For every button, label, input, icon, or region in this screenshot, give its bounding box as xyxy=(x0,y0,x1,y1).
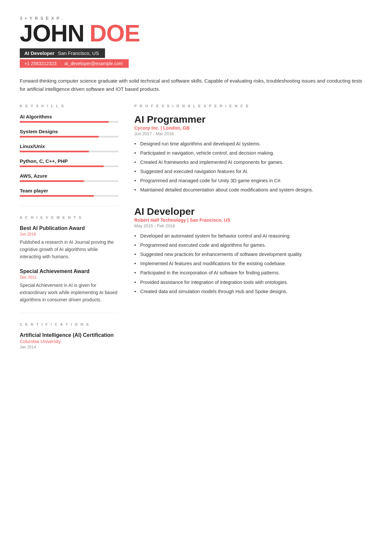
email: ai_developer@example.com xyxy=(65,61,123,66)
job-bullets: Designed run time algorithms and develop… xyxy=(134,140,372,194)
bullet-item: Maintained detailed documentation about … xyxy=(134,186,372,194)
cert-school: Columbia University xyxy=(20,339,118,344)
bullet-item: Developed an automated system for behavi… xyxy=(134,232,372,240)
job-title: AI Developer xyxy=(24,50,55,56)
achievement-title: Special Achievement Award xyxy=(20,268,118,274)
title-bar: AI Developer San Francisco, US xyxy=(20,48,105,58)
divider-1 xyxy=(20,206,118,206)
skill-item: System Designs xyxy=(20,129,118,138)
achievement-item: Best AI Publication Award Jun 2016 Publi… xyxy=(20,225,118,261)
job-company: Cycorp Inc. | London, GB xyxy=(134,125,372,131)
achievement-desc: Special Achievement in AI is given for e… xyxy=(20,282,118,304)
achievement-desc: Published a research in AI Journal provi… xyxy=(20,239,118,261)
skill-name: Linux/Unix xyxy=(20,143,118,149)
job-block: AI Programmer Cycorp Inc. | London, GB J… xyxy=(134,114,372,194)
skill-bar-fill xyxy=(20,136,99,138)
job-dates: May 2015 - Feb 2018 xyxy=(134,223,372,228)
achievement-title: Best AI Publication Award xyxy=(20,225,118,231)
achievements-section-title: A C H I E V E M E N T S xyxy=(20,215,118,219)
skill-name: AI Algorithms xyxy=(20,114,118,119)
jobs-list: AI Programmer Cycorp Inc. | London, GB J… xyxy=(134,114,372,295)
certifications-list: Artificial Intelligence (AI) Certificati… xyxy=(20,332,118,349)
skill-bar-bg xyxy=(20,195,118,197)
last-name: DOE xyxy=(90,21,140,45)
skills-section-title: K E Y S K I L L S xyxy=(20,104,118,108)
skill-bar-bg xyxy=(20,136,118,138)
left-column: K E Y S K I L L S AI Algorithms System D… xyxy=(20,104,118,355)
bullet-item: Programmed and managed code for Unity 3D… xyxy=(134,177,372,185)
name-row: JOHN DOE xyxy=(20,21,372,45)
skill-bar-bg xyxy=(20,165,118,167)
phone: +1 2563212323 xyxy=(24,61,57,66)
bullet-item: Created data and simulation models throu… xyxy=(134,288,372,295)
skill-bar-fill xyxy=(20,165,104,167)
skill-item: AWS, Azure xyxy=(20,173,118,182)
right-column: P R O F E S S I O N A L E X P E R I E N … xyxy=(134,104,372,355)
bullet-item: Provided assistance for integration of i… xyxy=(134,279,372,286)
achievements-list: Best AI Publication Award Jun 2016 Publi… xyxy=(20,225,118,304)
divider-2 xyxy=(20,313,118,313)
achievement-date: Dec 2011 xyxy=(20,275,118,280)
cert-date: Jan 2014 xyxy=(20,345,118,349)
certifications-section-title: C E R T I F I C A T I O N S xyxy=(20,322,118,326)
job-title-text: AI Developer xyxy=(134,206,372,217)
bullet-item: Programmed and executed code and algorit… xyxy=(134,241,372,249)
bullet-item: Designed run time algorithms and develop… xyxy=(134,140,372,148)
skills-list: AI Algorithms System Designs Linux/Unix … xyxy=(20,114,118,197)
skill-bar-fill xyxy=(20,180,84,182)
skill-name: System Designs xyxy=(20,129,118,134)
bullet-item: Participated in the incorporation of AI … xyxy=(134,269,372,277)
bullet-item: Participated in navigation, vehicle cont… xyxy=(134,149,372,157)
skill-item: Team player xyxy=(20,188,118,197)
skill-bar-fill xyxy=(20,151,89,152)
location: San Francisco, US xyxy=(58,50,99,56)
achievement-item: Special Achievement Award Dec 2011 Speci… xyxy=(20,268,118,304)
contact-bar: +1 2563212323 ai_developer@example.com xyxy=(20,59,129,68)
certifications-section: C E R T I F I C A T I O N S Artificial I… xyxy=(20,322,118,349)
bullet-item: Suggested and executed navigation featur… xyxy=(134,168,372,175)
job-company: Robert Half Technology | San Francisco, … xyxy=(134,217,372,223)
skill-bar-bg xyxy=(20,180,118,182)
cert-title: Artificial Intelligence (AI) Certificati… xyxy=(20,332,118,338)
cert-item: Artificial Intelligence (AI) Certificati… xyxy=(20,332,118,349)
main-columns: K E Y S K I L L S AI Algorithms System D… xyxy=(20,104,372,355)
job-block: AI Developer Robert Half Technology | Sa… xyxy=(134,206,372,295)
skill-bar-fill xyxy=(20,121,109,123)
skill-item: Python, C, C++, PHP xyxy=(20,158,118,167)
bullet-item: Implemented AI features and modification… xyxy=(134,260,372,267)
skill-item: AI Algorithms xyxy=(20,114,118,123)
skills-section: K E Y S K I L L S AI Algorithms System D… xyxy=(20,104,118,197)
job-dates: Jun 2017 - Mar 2018 xyxy=(134,131,372,136)
skill-name: Team player xyxy=(20,188,118,193)
pro-exp-title: P R O F E S S I O N A L E X P E R I E N … xyxy=(134,104,372,108)
bullet-item: Suggested new practices for enhancements… xyxy=(134,251,372,258)
achievement-date: Jun 2016 xyxy=(20,232,118,237)
job-bullets: Developed an automated system for behavi… xyxy=(134,232,372,295)
skill-bar-fill xyxy=(20,195,94,197)
first-name: JOHN xyxy=(20,21,84,45)
skill-name: Python, C, C++, PHP xyxy=(20,158,118,164)
bullet-item: Created AI frameworks and implemented AI… xyxy=(134,159,372,166)
skill-bar-bg xyxy=(20,121,118,123)
job-title-text: AI Programmer xyxy=(134,114,372,125)
skill-bar-bg xyxy=(20,151,118,152)
skill-name: AWS, Azure xyxy=(20,173,118,179)
achievements-section: A C H I E V E M E N T S Best AI Publicat… xyxy=(20,215,118,304)
summary: Forward-thinking computer science gradua… xyxy=(20,77,365,93)
skill-item: Linux/Unix xyxy=(20,143,118,152)
